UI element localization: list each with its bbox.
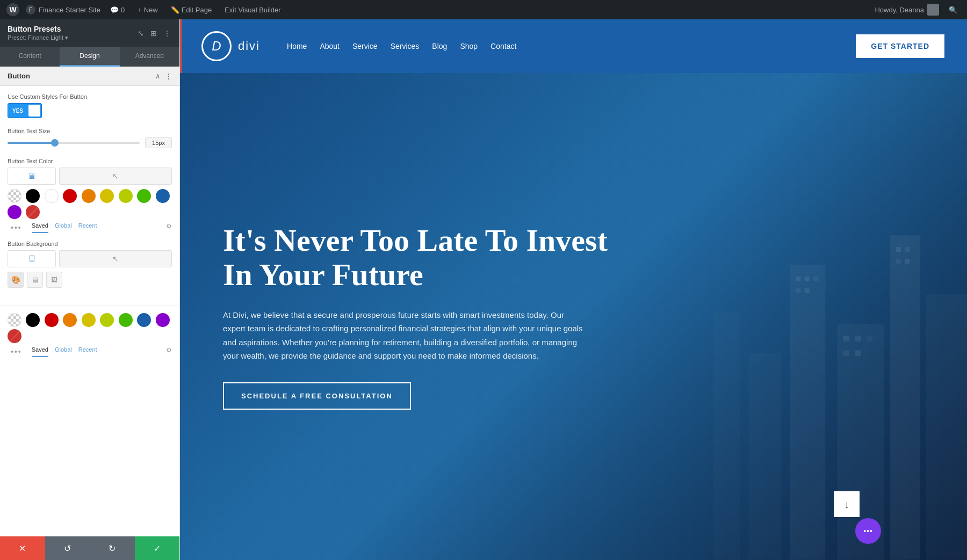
swatch-red[interactable] xyxy=(63,189,77,203)
nav-shop[interactable]: Shop xyxy=(460,42,478,50)
grid-icon[interactable]: ⊞ xyxy=(149,28,158,39)
tab-content[interactable]: Content xyxy=(0,47,60,67)
bottom-swatch-purple[interactable] xyxy=(156,313,170,327)
swatch-slash[interactable] xyxy=(26,205,40,219)
bottom-swatch-green[interactable] xyxy=(119,313,133,327)
wp-logo-icon[interactable]: W xyxy=(6,3,19,16)
color-tab-global[interactable]: Global xyxy=(55,222,72,233)
color-label: Button Text Color xyxy=(8,158,172,164)
bottom-settings-icon[interactable]: ⚙ xyxy=(166,346,172,357)
exit-builder-item[interactable]: Exit Visual Builder xyxy=(221,5,284,15)
edit-page-item[interactable]: ✏️ Edit Page xyxy=(168,5,215,15)
scroll-down-icon: ↓ xyxy=(844,498,849,511)
collapse-icon[interactable]: ∧ xyxy=(155,72,161,80)
panel-body: Use Custom Styles For Button YES Button … xyxy=(0,86,179,303)
image-bg-icon[interactable]: 🖼 xyxy=(46,272,62,288)
scroll-down-button[interactable]: ↓ xyxy=(834,491,860,517)
swatch-transparent[interactable] xyxy=(8,189,21,203)
nav-services[interactable]: Services xyxy=(391,42,420,50)
redo-icon: ↻ xyxy=(109,543,116,554)
bg-text-input[interactable]: ↖ xyxy=(59,250,172,267)
avatar xyxy=(927,4,939,16)
nav-service[interactable]: Service xyxy=(352,42,378,50)
plus-icon: + xyxy=(138,6,142,14)
three-dots-1[interactable]: ••• xyxy=(8,222,25,233)
search-bar-item[interactable]: 🔍 xyxy=(946,5,961,15)
cancel-button[interactable]: ✕ xyxy=(0,536,45,560)
undo-icon: ↺ xyxy=(64,543,71,554)
bottom-swatch-transparent[interactable] xyxy=(8,313,21,327)
save-button[interactable]: ✓ xyxy=(135,536,180,560)
tab-advanced[interactable]: Advanced xyxy=(120,47,179,67)
color-tab-recent[interactable]: Recent xyxy=(78,222,97,233)
bottom-swatch-slash[interactable] xyxy=(8,329,21,343)
swatch-purple[interactable] xyxy=(8,205,21,219)
svg-rect-3 xyxy=(926,295,967,560)
color-settings-icon[interactable]: ⚙ xyxy=(166,222,172,233)
slider-fill xyxy=(8,142,54,144)
svg-rect-6 xyxy=(796,277,800,282)
nav-home[interactable]: Home xyxy=(287,42,307,50)
bottom-tab-global[interactable]: Global xyxy=(55,346,72,357)
nav-about[interactable]: About xyxy=(320,42,340,50)
bottom-swatch-blue[interactable] xyxy=(137,313,151,327)
bottom-swatch-black[interactable] xyxy=(26,313,40,327)
bottom-tab-recent[interactable]: Recent xyxy=(78,346,97,357)
bg-color-picker: Button Background 🖥 ↖ 🎨 xyxy=(8,241,172,288)
bottom-swatch-yellow1[interactable] xyxy=(82,313,96,327)
svg-rect-15 xyxy=(855,351,861,357)
comments-item[interactable]: 💬 0 xyxy=(107,5,128,15)
bottom-tab-saved[interactable]: Saved xyxy=(32,346,48,357)
color-text-input[interactable]: ↖ xyxy=(59,168,172,185)
swatch-yellow2[interactable] xyxy=(119,189,133,203)
svg-rect-12 xyxy=(855,336,861,341)
search-icon: 🔍 xyxy=(949,6,957,14)
bottom-swatch-orange[interactable] xyxy=(63,313,77,327)
slider-thumb[interactable] xyxy=(51,139,59,147)
swatch-black[interactable] xyxy=(26,189,40,203)
swatch-green[interactable] xyxy=(137,189,151,203)
paint-icon: 🎨 xyxy=(11,275,20,284)
monitor-icon-2: 🖥 xyxy=(27,254,36,264)
bottom-swatch-red[interactable] xyxy=(45,313,59,327)
panel-subtitle[interactable]: Preset: Finance Light ▾ xyxy=(8,34,68,41)
section-more-icon[interactable]: ⋮ xyxy=(165,72,172,80)
three-dots-2[interactable]: ••• xyxy=(8,346,25,357)
swatch-blue[interactable] xyxy=(156,189,170,203)
undo-button[interactable]: ↺ xyxy=(45,536,90,560)
color-tab-saved[interactable]: Saved xyxy=(32,222,48,233)
site-icon: F xyxy=(26,5,35,14)
bottom-swatch-yellow2[interactable] xyxy=(100,313,114,327)
solid-bg-icon[interactable]: 🎨 xyxy=(8,272,24,288)
color-swatches xyxy=(8,189,172,219)
swatch-yellow1[interactable] xyxy=(100,189,114,203)
new-item[interactable]: + New xyxy=(134,5,161,15)
redo-button[interactable]: ↻ xyxy=(90,536,135,560)
panel-tabs: Content Design Advanced xyxy=(0,47,179,67)
cancel-icon: ✕ xyxy=(19,543,26,554)
toggle-yes-label: YES xyxy=(8,106,27,116)
get-started-button[interactable]: GET STARTED xyxy=(855,33,946,59)
expand-icon[interactable]: ⤡ xyxy=(136,28,145,39)
slider-track[interactable] xyxy=(8,142,140,144)
custom-styles-toggle[interactable]: YES xyxy=(8,103,42,118)
nav-contact[interactable]: Contact xyxy=(490,42,516,50)
hero-cta-button[interactable]: SCHEDULE A FREE CONSULTATION xyxy=(223,382,411,410)
tab-design[interactable]: Design xyxy=(60,47,119,67)
bottom-color-tabs: ••• Saved Global Recent ⚙ xyxy=(8,346,172,357)
color-preview-desktop[interactable]: 🖥 xyxy=(8,168,56,185)
swatch-orange[interactable] xyxy=(82,189,96,203)
more-icon[interactable]: ⋮ xyxy=(162,28,172,39)
custom-styles-toggle-container: Use Custom Styles For Button YES xyxy=(8,93,172,118)
svg-rect-11 xyxy=(843,336,849,341)
gradient-bg-icon[interactable]: ▤ xyxy=(27,272,43,288)
fab-button[interactable]: ••• xyxy=(855,518,881,544)
toggle-thumb xyxy=(28,105,40,117)
text-size-slider-container: Button Text Size 15px xyxy=(8,128,172,148)
bg-preview-desktop[interactable]: 🖥 xyxy=(8,250,56,267)
nav-blog[interactable]: Blog xyxy=(432,42,447,50)
site-name[interactable]: F Finance Starter Site xyxy=(26,5,100,14)
slider-value[interactable]: 15px xyxy=(145,137,172,148)
swatch-white[interactable] xyxy=(45,189,59,203)
slider-row: 15px xyxy=(8,137,172,148)
